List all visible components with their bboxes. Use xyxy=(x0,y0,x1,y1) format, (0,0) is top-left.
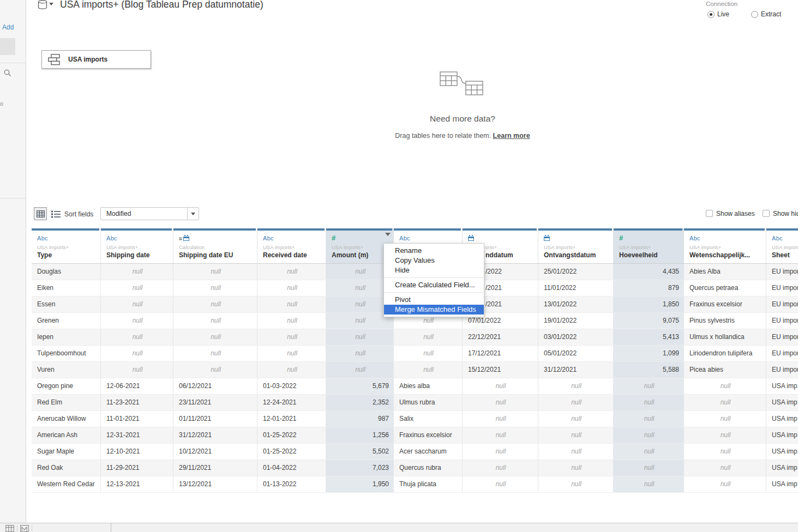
table-row: Anerucab Willow11-01-202101/11/202112-01… xyxy=(32,411,798,427)
grid-cell: 12-24-2021 xyxy=(257,395,326,410)
grid-cell: USA imp xyxy=(766,395,798,410)
grid-view-button[interactable] xyxy=(34,207,47,220)
grid-cell: Eiken xyxy=(32,280,101,296)
grid-cell: USA imp xyxy=(766,378,798,394)
show-hidden-option[interactable]: Show hid xyxy=(763,209,798,217)
grid-cell: Fraxinus excelsior xyxy=(684,297,766,312)
grid-cell: null xyxy=(463,427,538,443)
add-connection-link[interactable]: Add xyxy=(2,23,14,31)
table-row: Red Elm11-23-202123/11/202112-24-20212,3… xyxy=(32,395,798,411)
menu-item-merge-mismatched-fields[interactable]: Merge Mismatched Fields xyxy=(384,305,484,315)
grid-cell: null xyxy=(257,264,326,280)
new-sheet-tab-icon[interactable] xyxy=(20,525,29,532)
metadata-view-button[interactable] xyxy=(50,208,62,220)
grid-cell: null xyxy=(394,362,463,378)
grid-cell: null xyxy=(463,444,538,460)
radio-extract[interactable]: Extract xyxy=(751,10,781,18)
field-source-label: USA imports+ xyxy=(37,244,100,250)
datasource-title: USA imports+ (Blog Tableau Prep datumnot… xyxy=(60,0,263,10)
column-header-shipping-date[interactable]: AbcUSA imports+Shipping date xyxy=(101,228,173,263)
column-header-type[interactable]: AbcUSA imports+Type xyxy=(32,228,101,263)
grid-cell: Douglas xyxy=(32,264,101,280)
database-menu-caret-icon[interactable] xyxy=(49,3,53,5)
grid-cell: 01-13-2022 xyxy=(257,476,326,492)
grid-cell: null xyxy=(257,329,326,345)
grid-cell: null xyxy=(173,329,257,345)
column-header-hoeveelheid[interactable]: #USA imports+Hoeveelheid xyxy=(614,228,684,263)
grid-cell: 01-25-2022 xyxy=(257,444,326,460)
grid-cell: null xyxy=(101,329,173,345)
grid-cell: null xyxy=(538,427,614,443)
grid-cell: null xyxy=(684,378,766,394)
grid-cell: 15/12/2021 xyxy=(463,362,538,378)
grid-cell: null xyxy=(614,395,684,410)
column-accent-strip xyxy=(173,228,256,231)
grid-cell: 12-31-2021 xyxy=(101,427,173,443)
grid-cell: null xyxy=(326,329,394,345)
grid-cell: null xyxy=(394,329,463,345)
grid-cell: 5,588 xyxy=(614,362,684,378)
menu-separator xyxy=(384,292,484,293)
column-accent-strip xyxy=(394,228,461,231)
radio-live-label: Live xyxy=(717,10,729,18)
column-header-wetenschappelijk[interactable]: AbcUSA imports+Wetenschappelijk... xyxy=(684,228,766,263)
learn-more-link[interactable]: Learn more xyxy=(493,132,530,140)
abc-type-icon: Abc xyxy=(37,235,48,241)
column-accent-strip xyxy=(766,228,798,231)
grid-cell: Western Red Cedar xyxy=(32,476,101,492)
menu-item-pivot[interactable]: Pivot xyxy=(384,295,484,305)
grid-cell: null xyxy=(326,362,394,378)
field-name-label: Ontvangstdatum xyxy=(544,251,613,259)
search-icon[interactable] xyxy=(3,69,12,77)
grid-cell: Quercus petraea xyxy=(684,280,766,296)
grid-cell: null xyxy=(257,362,326,378)
grid-cell: null xyxy=(684,476,766,492)
grid-cell: null xyxy=(538,444,614,460)
grid-cell: USA imp xyxy=(766,427,798,443)
grid-cell: 01/11/2021 xyxy=(173,411,257,427)
sort-fields-label: Sort fields xyxy=(64,210,93,218)
column-header-received-date[interactable]: AbcUSA imports+Received date xyxy=(257,228,326,263)
grid-cell: null xyxy=(614,427,684,443)
field-type-icon-row: = xyxy=(179,234,257,241)
column-header-shipping-date-eu[interactable]: =CalculationShipping date EU xyxy=(173,228,257,263)
radio-live[interactable]: Live xyxy=(707,10,729,18)
grid-cell: 25/01/2022 xyxy=(538,264,614,280)
grid-cell: null xyxy=(173,264,257,280)
grid-cell: null xyxy=(173,297,257,312)
grid-cell: Fraxinus excelsior xyxy=(394,427,463,443)
menu-item-hide[interactable]: Hide xyxy=(384,265,484,275)
menu-item-create-calculated-field[interactable]: Create Calculated Field... xyxy=(384,280,484,290)
show-aliases-option[interactable]: Show aliases xyxy=(706,209,755,217)
grid-cell: Tulpenboomhout xyxy=(32,346,101,361)
show-hidden-checkbox[interactable] xyxy=(763,210,770,217)
column-header-sheet[interactable]: AbcUSA importsSheet xyxy=(766,228,798,263)
grid-cell: null xyxy=(463,460,538,476)
field-name-label: Received date xyxy=(263,251,326,259)
field-source-label: USA imports+ xyxy=(106,244,173,250)
field-context-menu: RenameCopy ValuesHideCreate Calculated F… xyxy=(383,243,484,317)
table-pill-label: USA imports xyxy=(68,56,107,63)
menu-item-copy-values[interactable]: Copy Values xyxy=(384,256,484,265)
grid-cell: null xyxy=(614,476,684,492)
data-source-tab-icon[interactable] xyxy=(5,525,14,532)
grid-cell: 11-23-2021 xyxy=(101,395,173,410)
show-aliases-checkbox[interactable] xyxy=(706,210,713,217)
column-header-ontvangstdatum[interactable]: USA imports+Ontvangstdatum xyxy=(538,228,614,263)
menu-separator xyxy=(384,277,484,278)
empty-state-title: Need more data? xyxy=(353,114,572,124)
field-menu-arrow-icon[interactable] xyxy=(385,233,391,236)
grid-cell: 4,435 xyxy=(614,264,684,280)
grid-cell: null xyxy=(684,460,766,476)
field-source-label: USA imports+ xyxy=(689,244,766,250)
grid-cell: 31/12/2021 xyxy=(173,427,257,443)
abc-type-icon: Abc xyxy=(106,235,117,241)
table-row: American Ash12-31-202131/12/202101-25-20… xyxy=(32,427,798,444)
sort-fields-dropdown[interactable]: Modified xyxy=(100,207,199,220)
logical-table-pill[interactable]: USA imports xyxy=(41,50,151,69)
grid-cell: USA imp xyxy=(766,460,798,476)
grid-cell: null xyxy=(614,411,684,427)
menu-item-rename[interactable]: Rename xyxy=(384,246,484,256)
connection-thumbnail[interactable] xyxy=(0,38,15,55)
bottom-tab-strip xyxy=(0,523,798,532)
